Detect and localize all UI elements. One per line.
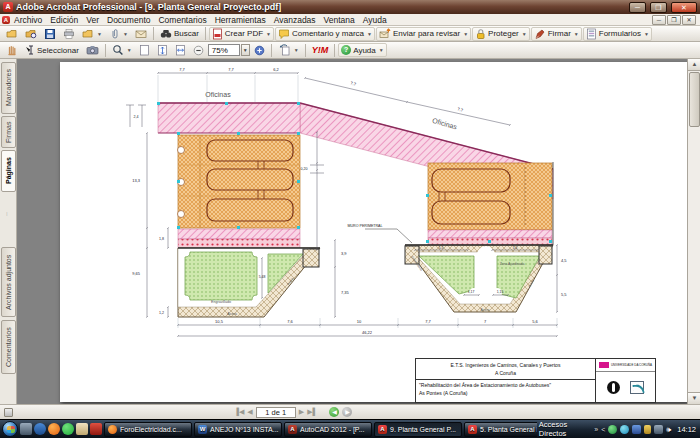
status-bar: ▐◀ ◀ 1 de 1 ▶ ▶▌ ◀ ▶	[0, 404, 700, 419]
mdi-close-button[interactable]: ✕	[682, 15, 696, 25]
title-block-project: "Rehabilitación del Área de Estacionamie…	[419, 382, 592, 390]
sign-button[interactable]: Firmar▼	[531, 27, 582, 41]
select-tool-label: Seleccionar	[37, 46, 79, 55]
first-page-button[interactable]: ▐◀	[234, 408, 244, 416]
task-label: 5. Planta General E...	[480, 426, 537, 433]
fit-width-button[interactable]	[172, 43, 189, 57]
zoom-out-button[interactable]	[190, 43, 207, 57]
app-shortcut-icon[interactable]	[34, 423, 46, 435]
save-button[interactable]	[41, 27, 59, 41]
last-page-button[interactable]: ▶▌	[307, 408, 317, 416]
accesos-directos-toolbar[interactable]: Accesos Directos	[539, 420, 591, 438]
help-question-icon: ?	[341, 45, 351, 55]
antivirus-icon[interactable]	[608, 425, 617, 434]
scroll-up-button[interactable]: ▲	[688, 59, 700, 71]
tab-comentarios[interactable]: Comentarios	[1, 320, 16, 374]
next-view-button[interactable]: ▶	[342, 407, 352, 417]
firefox-icon[interactable]	[48, 423, 60, 435]
create-pdf-button[interactable]: Crear PDF▼	[209, 27, 274, 41]
open-button[interactable]	[3, 27, 21, 41]
hand-tool-button[interactable]	[3, 43, 21, 57]
print-button[interactable]	[60, 27, 78, 41]
protect-label: Proteger	[488, 29, 519, 38]
skype-icon[interactable]	[620, 425, 629, 434]
previous-page-button[interactable]: ◀	[247, 408, 252, 416]
comment-markup-label: Comentario y marca	[292, 29, 364, 38]
yim-button[interactable]: Y!M	[309, 43, 332, 57]
task-label: AutoCAD 2012 - [P...	[300, 426, 364, 433]
actual-size-button[interactable]	[136, 43, 153, 57]
attach-button[interactable]: ▼	[106, 27, 131, 41]
menu-herramientas[interactable]: Herramientas	[211, 14, 270, 26]
snapshot-button[interactable]	[83, 43, 102, 57]
dropdown-arrow-icon: ▼	[379, 47, 384, 53]
zoom-in-button[interactable]	[251, 43, 268, 57]
show-desktop-icon[interactable]	[20, 423, 32, 435]
forms-button[interactable]: Formularios▼	[583, 27, 652, 41]
menu-avanzadas[interactable]: Avanzadas	[270, 14, 320, 26]
help-button[interactable]: ? Ayuda▼	[338, 43, 387, 57]
hidden-icons-button[interactable]: <	[601, 426, 605, 433]
mdi-minimize-button[interactable]: ─	[652, 15, 666, 25]
task-autocad[interactable]: A AutoCAD 2012 - [P...	[284, 422, 372, 437]
menu-edicion[interactable]: Edición	[46, 14, 82, 26]
toolbar-overflow-icon[interactable]: »	[594, 426, 598, 433]
task-planta-general-proyecto[interactable]: A 9. Planta General P...	[374, 422, 462, 437]
task-anejo-13[interactable]: W ANEJO Nº13 INSTA...	[194, 422, 282, 437]
whatsapp-icon[interactable]	[62, 423, 74, 435]
zoom-level-field[interactable]: 75%	[208, 44, 240, 56]
rotate-pages-button[interactable]: ▼	[275, 43, 302, 57]
mdi-restore-button[interactable]: ❐	[667, 15, 681, 25]
clock[interactable]: 14:12	[677, 425, 696, 434]
vertical-scrollbar[interactable]: ▲ ▼	[687, 59, 700, 404]
magnifier-icon	[112, 44, 124, 56]
menu-archivo[interactable]: Archivo	[10, 14, 46, 26]
comment-markup-button[interactable]: Comentario y marca▼	[275, 27, 375, 41]
menu-documento[interactable]: Documento	[103, 14, 154, 26]
page-indicator[interactable]: 1 de 1	[256, 407, 296, 418]
organizer-button[interactable]	[22, 27, 40, 41]
pen-input-icon[interactable]	[644, 425, 651, 434]
marquee-zoom-button[interactable]: ▼	[109, 43, 135, 57]
remote-session-icon[interactable]	[632, 425, 641, 434]
combine-files-button[interactable]: ▼	[79, 27, 105, 41]
select-tool-button[interactable]: Seleccionar	[22, 43, 82, 57]
menu-comentarios[interactable]: Comentarios	[154, 14, 210, 26]
window-title: Adobe Acrobat Professional - [9. Planta …	[16, 2, 625, 12]
search-button[interactable]: Buscar	[157, 27, 202, 41]
scrollbar-thumb[interactable]	[689, 72, 700, 127]
menu-ventana[interactable]: Ventana	[320, 14, 359, 26]
tab-firmas[interactable]: Firmas	[1, 116, 16, 148]
sign-label: Firmar	[548, 29, 571, 38]
zoom-dropdown-button[interactable]: ▼	[241, 44, 250, 56]
close-button[interactable]: ✕	[671, 2, 697, 13]
menu-ver[interactable]: Ver	[82, 14, 103, 26]
send-review-button[interactable]: Enviar para revisar▼	[376, 27, 471, 41]
email-button[interactable]	[132, 27, 150, 41]
start-button[interactable]	[2, 421, 18, 437]
previous-view-button[interactable]: ◀	[329, 407, 339, 417]
media-player-icon[interactable]	[90, 423, 102, 435]
tab-marcadores[interactable]: Marcadores	[1, 62, 16, 114]
display-settings-icon[interactable]	[654, 425, 663, 434]
navigation-panel-tabs: Marcadores Firmas Páginas ⁞ Archivos adj…	[0, 59, 17, 404]
task-planta-general-estado[interactable]: A 5. Planta General E...	[464, 422, 537, 437]
dropdown-arrow-icon: ▼	[97, 31, 102, 37]
mail-shortcut-icon[interactable]	[76, 423, 88, 435]
fit-page-button[interactable]	[154, 43, 171, 57]
tab-archivos-adjuntos[interactable]: Archivos adjuntos	[1, 247, 16, 317]
tab-paginas[interactable]: Páginas	[1, 150, 16, 192]
minimize-button[interactable]: ─	[629, 2, 646, 13]
scroll-down-button[interactable]: ▼	[688, 392, 700, 404]
speech-bubble-icon	[278, 28, 290, 40]
next-page-button[interactable]: ▶	[299, 408, 304, 416]
menu-ayuda[interactable]: Ayuda	[359, 14, 391, 26]
protect-button[interactable]: Proteger▼	[472, 27, 530, 41]
label-acera-left: Acera	[227, 312, 236, 316]
task-foroelectricidad[interactable]: ForoElectricidad.c...	[104, 422, 192, 437]
screen: A Adobe Acrobat Professional - [9. Plant…	[0, 0, 700, 438]
dim-bottom-4: 7,7	[425, 319, 431, 324]
restore-button[interactable]: ❐	[650, 2, 667, 13]
title-block-text: E.T.S. Ingenieros de Caminos, Canales y …	[416, 359, 596, 402]
volume-icon[interactable]: 🕪	[666, 425, 674, 434]
